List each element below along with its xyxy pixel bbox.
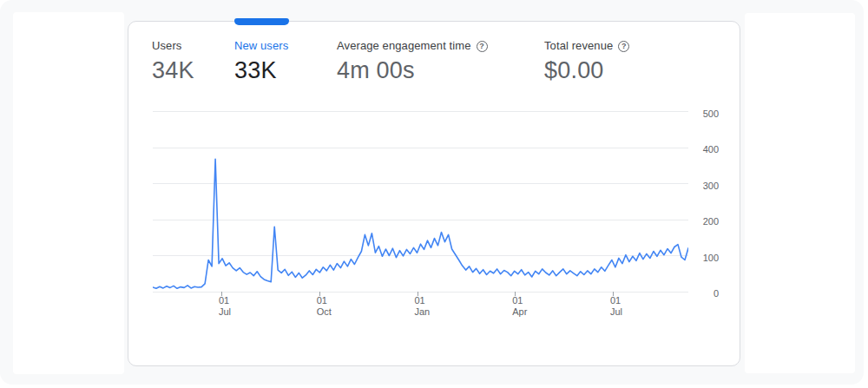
help-icon[interactable]: ? [477, 41, 488, 52]
metric-label: Average engagement time? [337, 38, 488, 54]
help-icon[interactable]: ? [618, 41, 629, 52]
x-axis-label-month: Jul [219, 306, 250, 318]
metric-value: 33K [234, 56, 288, 84]
x-axis-label: 01Apr [512, 295, 543, 318]
x-axis-label-month: Jan [415, 306, 446, 318]
y-axis-label: 300 [684, 181, 719, 191]
y-axis-label: 100 [684, 253, 719, 263]
y-axis-label: 0 [684, 288, 719, 299]
metric-value: 34K [152, 56, 194, 84]
left-adjacent-card [13, 12, 124, 374]
y-axis-label: 200 [684, 216, 719, 227]
metric-label: Users [152, 38, 194, 54]
x-axis-label-month: Jul [610, 306, 641, 318]
y-axis-label: 400 [684, 144, 719, 155]
metric-tab-new-users[interactable]: New users 33K [234, 38, 288, 84]
x-axis-label-month: Oct [317, 306, 348, 318]
x-axis-label: 01Jul [610, 295, 641, 318]
x-axis-label: 01Jan [415, 295, 446, 318]
selected-metric-indicator [234, 18, 289, 25]
metric-tab-total-revenue[interactable]: Total revenue? $0.00 [544, 38, 629, 84]
metric-label: Total revenue? [544, 38, 629, 54]
y-axis-label: 500 [684, 109, 719, 119]
metric-label-text: Total revenue [544, 39, 613, 52]
metric-tab-avg-engagement-time[interactable]: Average engagement time? 4m 00s [337, 38, 488, 84]
metric-value: 4m 00s [337, 56, 488, 84]
right-adjacent-card [745, 13, 855, 373]
x-axis-label: 01Oct [317, 295, 348, 318]
series-line-new-users [153, 159, 688, 288]
x-axis-label: 01Jul [219, 295, 250, 318]
chart-plot-area[interactable] [153, 104, 688, 295]
x-axis-label-month: Apr [512, 306, 543, 318]
metric-label-text: Average engagement time [337, 39, 471, 52]
analytics-dashboard: Users 34K New users 33K Average engageme… [0, 0, 868, 388]
metric-value: $0.00 [544, 56, 629, 84]
metric-label: New users [234, 38, 288, 54]
metric-tab-users[interactable]: Users 34K [152, 38, 194, 84]
